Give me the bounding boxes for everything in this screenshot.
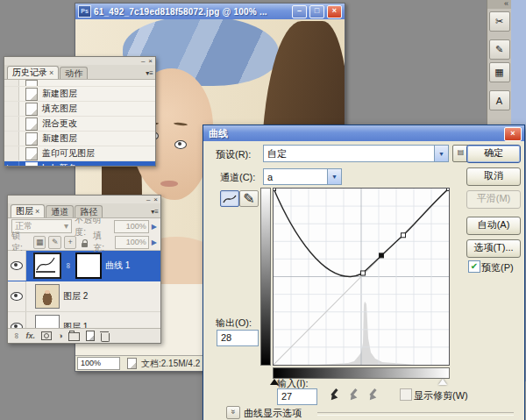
output-field[interactable]: 28 xyxy=(217,330,259,346)
dock-collapse-chevron-icon[interactable]: « xyxy=(487,0,511,9)
tab-layers[interactable]: 图层× xyxy=(11,204,45,217)
opacity-spinner-icon[interactable]: ▶ xyxy=(152,223,157,231)
output-gradient-bar xyxy=(260,188,271,366)
input-field[interactable]: 27 xyxy=(277,388,317,405)
clone-source-icon[interactable]: ▦ xyxy=(489,62,510,82)
curve-plot-svg[interactable] xyxy=(274,189,449,365)
layer-row[interactable]: 图层 2 xyxy=(8,281,160,312)
character-panel-icon[interactable]: A xyxy=(489,90,510,110)
minimize-button[interactable]: – xyxy=(292,5,307,18)
section-divider xyxy=(317,412,514,416)
fill-field[interactable]: 100% xyxy=(115,236,149,249)
preview-label: 预览(P) xyxy=(481,261,514,274)
white-point-eyedropper-icon[interactable] xyxy=(366,388,379,401)
history-state-icon xyxy=(25,162,38,167)
display-options-expander[interactable]: » xyxy=(226,406,240,419)
adjustment-layer-icon[interactable]: ◑ xyxy=(58,331,62,340)
tab-actions[interactable]: 动作 xyxy=(60,67,88,79)
highlight-slider[interactable] xyxy=(438,379,447,385)
history-tab-row: 历史记录× 动作 ▾≡ xyxy=(4,65,155,80)
curve-point[interactable] xyxy=(447,189,450,191)
cancel-button[interactable]: 取消 xyxy=(466,167,521,186)
history-item[interactable]: 盖印可见图层 xyxy=(4,146,155,161)
lock-pixels-icon[interactable]: ✎ xyxy=(48,236,61,249)
dropdown-arrow-icon[interactable]: ▼ xyxy=(434,146,448,161)
layer-thumbnail[interactable] xyxy=(35,284,60,309)
fill-spinner-icon[interactable]: ▶ xyxy=(152,238,157,246)
opacity-field[interactable]: 100% xyxy=(114,220,149,233)
fill-label: 填充: xyxy=(93,230,112,254)
photoshop-file-icon: Ps xyxy=(78,5,91,18)
lock-all-icon[interactable] xyxy=(82,243,88,247)
curve-point[interactable] xyxy=(274,189,276,191)
link-layers-icon[interactable]: ∞ xyxy=(12,333,21,338)
layer-mask-thumbnail[interactable] xyxy=(75,253,102,279)
layers-bottom-bar: ∞ fx. ◑ xyxy=(8,328,160,343)
history-state-icon xyxy=(25,147,38,160)
channel-select[interactable]: a ▼ xyxy=(263,168,342,185)
lock-position-icon[interactable]: + xyxy=(64,236,77,249)
add-mask-icon[interactable] xyxy=(41,331,52,340)
history-item-selected[interactable]: Lab 颜色 xyxy=(4,161,155,166)
curves-adjustment-thumbnail[interactable] xyxy=(33,253,61,279)
panel-close-icon[interactable]: × xyxy=(153,196,158,203)
history-state-icon xyxy=(25,132,38,146)
curve-point[interactable] xyxy=(361,271,366,275)
pencil-curve-tool[interactable]: ✎ xyxy=(239,190,259,207)
layers-panel-minibar: – × xyxy=(8,196,160,203)
tab-history[interactable]: 历史记录× xyxy=(7,66,59,79)
curves-dialog-titlebar[interactable]: 曲线 xyxy=(203,125,524,141)
panel-minimize-icon[interactable]: – xyxy=(146,196,150,203)
tab-close-icon[interactable]: × xyxy=(35,207,39,216)
tab-close-icon[interactable]: × xyxy=(49,68,53,77)
layer-style-fx-icon[interactable]: fx. xyxy=(25,331,35,340)
ok-button[interactable]: 确定 xyxy=(466,145,521,163)
visibility-eye-icon[interactable] xyxy=(11,261,23,270)
tab-paths[interactable]: 路径 xyxy=(75,205,103,217)
history-item[interactable]: 混合更改 xyxy=(4,117,155,132)
dropdown-arrow-icon[interactable]: ▼ xyxy=(327,169,341,184)
tab-channels[interactable]: 通道 xyxy=(46,205,74,217)
display-options-label: 曲线显示选项 xyxy=(244,407,302,420)
history-item[interactable]: 填充图层 xyxy=(4,102,155,117)
curve-point[interactable] xyxy=(402,233,406,238)
gray-point-eyedropper-icon[interactable] xyxy=(347,388,359,401)
layer-name[interactable]: 曲线 1 xyxy=(105,260,130,272)
history-panel-minibar: – × xyxy=(4,57,155,65)
layer-name[interactable]: 图层 2 xyxy=(63,290,88,303)
history-item-clipped[interactable] xyxy=(4,80,155,87)
image-window-titlebar[interactable]: Ps 61_492_7c19ed818f58072.jpg @ 100% ...… xyxy=(75,4,345,19)
photo-eye xyxy=(174,140,187,149)
tool-presets-icon[interactable]: ✂ xyxy=(489,11,510,32)
mask-link-icon[interactable]: ∞ xyxy=(64,262,73,269)
panel-menu-icon[interactable]: ▾≡ xyxy=(151,209,159,216)
history-item[interactable]: 新建图层 xyxy=(4,132,155,146)
preset-select[interactable]: 自定 ▼ xyxy=(263,145,449,162)
delete-layer-icon[interactable] xyxy=(101,333,110,342)
history-state-icon xyxy=(25,88,38,101)
curve-plot[interactable] xyxy=(273,188,450,366)
panel-close-icon[interactable]: × xyxy=(148,58,153,65)
curve-point-selected[interactable] xyxy=(380,253,384,258)
visibility-eye-icon[interactable] xyxy=(11,292,23,301)
options-button[interactable]: 选项(T)... xyxy=(466,239,521,258)
preview-checkbox[interactable]: ✔ xyxy=(468,260,480,273)
lock-transparency-icon[interactable]: ▦ xyxy=(33,236,46,249)
history-state-pointer-icon[interactable] xyxy=(7,165,12,166)
point-curve-tool[interactable] xyxy=(220,190,239,207)
dialog-close-button[interactable]: × xyxy=(504,127,522,141)
new-group-icon[interactable] xyxy=(68,332,80,341)
new-layer-icon[interactable] xyxy=(86,331,95,341)
panel-menu-icon[interactable]: ▾≡ xyxy=(146,70,153,77)
document-info-icon[interactable] xyxy=(127,358,137,369)
auto-button[interactable]: 自动(A) xyxy=(466,217,521,235)
black-point-eyedropper-icon[interactable] xyxy=(328,388,340,401)
maximize-button[interactable]: □ xyxy=(309,5,324,18)
brushes-icon[interactable]: ✎ xyxy=(489,39,510,60)
close-button[interactable]: × xyxy=(327,5,342,18)
layer-row-curves[interactable]: ∞ 曲线 1 xyxy=(8,251,160,281)
zoom-level-field[interactable]: 100% xyxy=(77,357,120,370)
panel-minimize-icon[interactable]: – xyxy=(141,58,145,65)
history-item[interactable]: 新建图层 xyxy=(4,87,155,102)
history-state-icon xyxy=(25,117,38,131)
